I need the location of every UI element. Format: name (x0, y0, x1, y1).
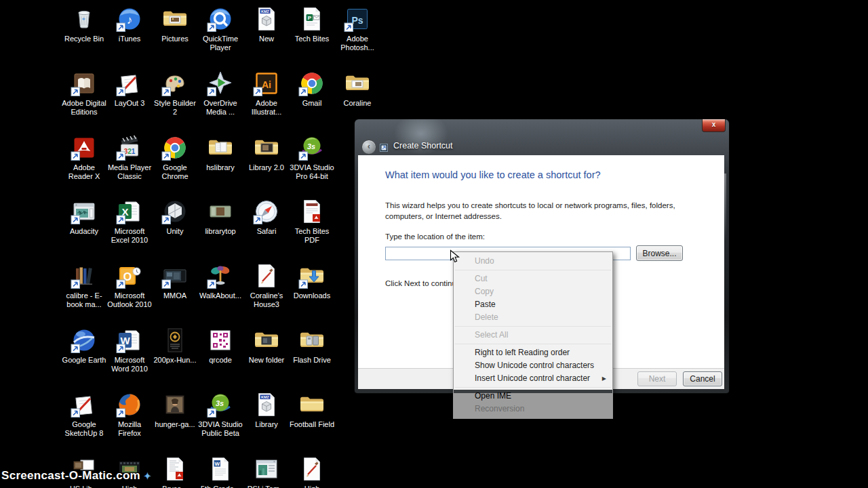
desktop-icon-label: 5th Grade... (197, 485, 243, 488)
folder-drive-icon (298, 327, 326, 354)
desktop-icon-qrcode[interactable]: qrcode (197, 327, 243, 365)
desktop-icon-librarytop[interactable]: librarytop (197, 198, 243, 236)
desktop-icon-downloads[interactable]: Downloads (289, 262, 335, 300)
desktop-icon-mozilla-firefox[interactable]: Mozilla Firefox (106, 391, 153, 438)
desktop-icon-label: Safari (243, 227, 290, 236)
desktop-icon-style-builder-2[interactable]: Style Builder 2 (152, 70, 198, 117)
layout-icon (71, 391, 98, 418)
menu-item-insert-unicode-control-character[interactable]: Insert Unicode control character▶ (454, 372, 612, 385)
desktop-icon-google-sketchup-8[interactable]: Google SketchUp 8 (61, 391, 107, 438)
desktop-icon-label: Football Field (289, 420, 335, 429)
desktop-icon-tech-bites-pdf[interactable]: Tech Bites PDF (289, 198, 335, 245)
desktop-icon-3dvia-studio-pro-64-bit[interactable]: 3s3DVIA Studio Pro 64-bit (289, 134, 335, 181)
desktop-icon-dsli-tem[interactable]: DSLi Tem... (243, 455, 290, 488)
desktop-icon-layout-3[interactable]: LayOut 3 (106, 70, 153, 108)
desktop-icon-label: Mozilla Firefox (106, 420, 153, 438)
menu-item-show-unicode-control-characters[interactable]: Show Unicode control characters (454, 359, 612, 372)
desktop-icon-itunes[interactable]: ♪iTunes (106, 5, 153, 43)
folder-pic-icon (344, 70, 371, 97)
desktop-icon-label: Microsoft Word 2010 (106, 356, 153, 373)
desktop-icon-library-2-0[interactable]: Library 2.0 (243, 134, 290, 172)
back-button: ‹ (361, 140, 376, 155)
desktop-icon-adobe-illustrat[interactable]: AiAdobe Illustrat... (243, 70, 290, 117)
watermark: Screencast-O-Matic.com ✦ (1, 469, 151, 483)
desktop-icon-google-chrome[interactable]: Google Chrome (152, 134, 198, 181)
gearth-icon (71, 327, 98, 354)
desktop-icon-football-field[interactable]: Football Field (289, 391, 335, 429)
svg-text:KMZ: KMZ (261, 9, 270, 14)
menu-item-select-all: Select All (454, 329, 612, 342)
mmoa-icon (161, 262, 189, 289)
next-button[interactable]: Next (637, 371, 677, 386)
close-button[interactable]: x (702, 119, 726, 132)
desktop-icon-3dvia-studio-public-beta[interactable]: 3s3DVIA Studio Public Beta (197, 391, 243, 438)
desktop-icon-walkabout[interactable]: WalkAbout... (197, 262, 243, 300)
desktop-icon-microsoft-word-2010[interactable]: WMicrosoft Word 2010 (106, 327, 153, 373)
desktop-icon-flash-drive[interactable]: Flash Drive (289, 327, 335, 365)
desktop-icon-unity[interactable]: Unity (152, 198, 198, 236)
desktop-icon-label: Adobe Photosh... (334, 35, 380, 52)
menu-separator (455, 344, 611, 344)
mpc-icon: 321 (116, 134, 143, 161)
menu-item-right-to-left-reading-order[interactable]: Right to left Reading order (454, 346, 612, 359)
desktop-icon-label: hslibrary (197, 163, 243, 172)
desktop-icon-coraline-s-house3[interactable]: Coraline's House3 (243, 262, 290, 309)
desktop-icon-coraline[interactable]: Coraline (334, 70, 380, 108)
desktop-icon-media-player-classic[interactable]: 321Media Player Classic (106, 134, 153, 181)
cancel-button[interactable]: Cancel (683, 371, 722, 386)
menu-separator (455, 387, 611, 388)
dialog-titlebar[interactable]: ‹ Create Shortcut x (355, 119, 729, 155)
dvia-beta-icon: 3s (207, 391, 234, 418)
desktop-icon-microsoft-excel-2010[interactable]: XMicrosoft Excel 2010 (106, 198, 153, 245)
desktop-icon-label: Flash Drive (289, 356, 335, 365)
desktop-icon-5th-grade[interactable]: W5th Grade... (197, 455, 243, 488)
svg-text:W: W (214, 461, 220, 467)
desktop-icon-pictures[interactable]: Pictures (152, 5, 198, 43)
desktop-icon-quicktime-player[interactable]: QuickTime Player (197, 5, 243, 52)
svg-text:3s: 3s (307, 142, 315, 150)
desktop-icon-label: Google SketchUp 8 (61, 420, 107, 438)
menu-item-paste[interactable]: Paste (454, 298, 612, 311)
desktop-icon-label: Unity (152, 227, 198, 236)
desktop-icon-microsoft-outlook-2010[interactable]: OMicrosoft Outlook 2010 (106, 262, 153, 309)
desktop-icon-hslibrary[interactable]: hslibrary (197, 134, 243, 172)
desktop-icon-200px-hun[interactable]: 200px-Hun... (152, 327, 198, 365)
desktop-icon-google-earth[interactable]: Google Earth (61, 327, 107, 365)
desktop-icon-label: WalkAbout... (197, 291, 243, 300)
desktop-icon-safari[interactable]: Safari (243, 198, 290, 236)
desktop: Recycle Bin♪iTunesPicturesQuickTime Play… (0, 0, 868, 488)
location-label: Type the location of the item: (385, 232, 485, 241)
close-icon: x (712, 121, 716, 128)
desktop-icon-label: 3DVIA Studio Public Beta (197, 420, 243, 438)
desktop-icon-adobe-digital-editions[interactable]: Adobe Digital Editions (61, 70, 107, 117)
desktop-icon-label: Audacity (61, 227, 107, 236)
desktop-icon-gmail[interactable]: Gmail (289, 70, 335, 108)
desktop-icon-recycle-bin[interactable]: Recycle Bin (61, 5, 107, 43)
svg-text:♪: ♪ (127, 14, 133, 26)
desktop-icon-high-school[interactable]: High School... (289, 455, 335, 488)
desktop-icon-overdrive-media[interactable]: OverDrive Media ... (197, 70, 243, 117)
browse-button[interactable]: Browse... (636, 245, 683, 261)
folder-photo-icon (161, 5, 189, 33)
menu-separator (455, 270, 611, 270)
desktop-icon-new[interactable]: KMZNew (243, 5, 290, 43)
desktop-icon-calibre-e-book-ma[interactable]: calibre - E-book ma... (61, 262, 107, 309)
folder-dark-icon (253, 327, 280, 354)
calibre-icon (71, 262, 98, 289)
desktop-icon-tech-bites[interactable]: PTech Bites (289, 5, 335, 43)
menu-item-open-ime[interactable]: Open IME (454, 390, 612, 403)
techpdf-icon (298, 198, 326, 225)
desktop-icon-label: Google Earth (61, 356, 107, 365)
desktop-icon-hunger-ga[interactable]: hunger-ga... (152, 391, 198, 429)
desktop-icon-adobe-photosh[interactable]: PsAdobe Photosh... (334, 5, 380, 52)
desktop-icon-bryce[interactable]: Bryce... (152, 455, 198, 488)
desktop-icon-mmoa[interactable]: MMOA (152, 262, 198, 300)
desktop-icon-adobe-reader-x[interactable]: Adobe Reader X (61, 134, 107, 181)
desktop-icon-audacity[interactable]: Audacity (61, 198, 107, 236)
excel-icon: X (116, 198, 143, 225)
desktop-icon-label: Coraline (334, 99, 380, 108)
desktop-icon-new-folder[interactable]: New folder (243, 327, 290, 365)
dialog-heading: What item would you like to create a sho… (385, 169, 601, 180)
desktop-icon-label: Style Builder 2 (152, 99, 198, 117)
desktop-icon-library[interactable]: KMZLibrary (243, 391, 290, 429)
